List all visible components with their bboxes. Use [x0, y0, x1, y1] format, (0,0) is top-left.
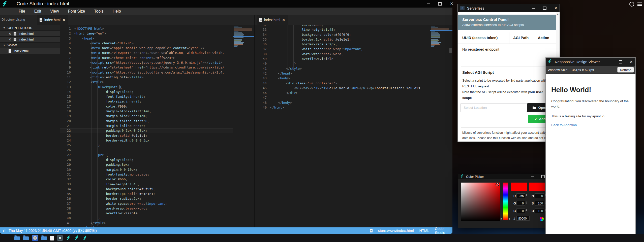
code-line-38[interactable]: 38 word-wrap:break-word; [255, 52, 430, 56]
code-line-41[interactable]: 41 </style> [255, 66, 430, 71]
code-line-44[interactable]: 44 <div class="ui container"> [255, 81, 430, 86]
code-line-42[interactable]: 42 </head> [255, 71, 430, 76]
code-line-40[interactable]: 40 } [60, 216, 233, 221]
code-line-41[interactable]: 41 </style> [60, 221, 233, 225]
code-line-40[interactable]: 40 } [255, 61, 430, 66]
brightness-input[interactable]: 100 [535, 209, 544, 213]
code-line-24[interactable]: 24 border-width:0 0 0 5px [60, 138, 233, 143]
code-line-34[interactable]: 34 background-color:#f9f9f9; [255, 32, 430, 37]
folder-icon[interactable] [14, 236, 20, 240]
menu-item-font-size[interactable]: Font Size [64, 8, 90, 15]
sidebar-item-index-html[interactable]: ✕index.html [0, 37, 60, 43]
code-line-35[interactable]: 35 border:1px solid #e1e1e1; [255, 37, 430, 42]
scroll-up-icon[interactable]: ▲ [556, 13, 560, 15]
minimize-button[interactable] [532, 7, 535, 10]
menu-item-tools[interactable]: Tools [89, 8, 108, 15]
code-line-13[interactable]: 13 blockquote { [60, 85, 233, 89]
code-line-9[interactable]: 9 <link rel="stylesheet" href="https://c… [60, 65, 233, 70]
folder-icon[interactable] [23, 236, 29, 240]
code-line-3[interactable]: 3 <head> [60, 36, 233, 41]
code-line-27[interactable]: 27 pre { [60, 153, 233, 157]
disc-icon[interactable] [32, 235, 38, 241]
code-line-36[interactable]: 36 border-radius:2px; [60, 196, 233, 201]
code-studio-icon[interactable] [83, 235, 88, 240]
hue-slider[interactable] [503, 183, 508, 220]
code-line-19[interactable]: 19 margin-block-end:1em; [60, 114, 233, 118]
tab-close-icon[interactable]: ✕ [63, 18, 65, 22]
code-line-22[interactable]: 22 padding:0 5px 0 20px; [60, 128, 233, 133]
code-area[interactable]: 1<!DOCTYPE html>2<html lang="en">3 <head… [60, 26, 233, 227]
menu-item-help[interactable]: Help [108, 8, 126, 15]
b-input[interactable]: 0 [516, 209, 525, 213]
close-button[interactable]: ✕ [450, 2, 453, 6]
code-line-18[interactable]: 18 margin-block-start:1em; [60, 109, 233, 114]
scrollbar-thumb[interactable] [449, 48, 452, 53]
code-line-36[interactable]: 36 border-radius:2px; [255, 42, 430, 47]
code-line-6[interactable]: 6 <meta name="viewport" content="user-sc… [60, 50, 233, 55]
g-stepper[interactable] [526, 201, 527, 204]
minimap[interactable] [233, 25, 254, 227]
launcher-icon[interactable] [2, 235, 7, 241]
r-input[interactable]: 255 [516, 193, 525, 198]
maximize-button[interactable] [438, 2, 442, 6]
close-icon[interactable]: ✕ [9, 38, 11, 41]
s-input[interactable]: 100 [535, 201, 544, 205]
code-line-16[interactable]: 16 font-size:inherit; [60, 99, 233, 104]
folder-icon[interactable] [41, 236, 47, 240]
code-area[interactable]: 32 color:#666;33 line-height:1.45;34 bac… [255, 25, 430, 110]
code-line-26[interactable]: 26 [60, 148, 233, 152]
saturation-gradient[interactable] [461, 183, 500, 221]
code-line-34[interactable]: 34 background-color:#f9f9f9; [60, 187, 233, 191]
tab-index-html-1[interactable]: index.html ✕ [37, 15, 68, 25]
hue-marker-icon[interactable] [501, 218, 502, 220]
color-cursor-icon[interactable] [496, 183, 499, 186]
code-line-37[interactable]: 37 white-space:pre-wrap!important; [60, 201, 233, 206]
hue-marker-icon[interactable] [508, 218, 510, 220]
code-line-43[interactable]: 43 <body> [255, 76, 430, 81]
code-line-12[interactable]: 12 <style> [60, 80, 233, 84]
code-studio-icon[interactable] [74, 235, 79, 240]
code-studio-icon[interactable] [66, 235, 71, 240]
code-line-8[interactable]: 8 <script src="https://code.jquery.com/j… [60, 60, 233, 65]
maximize-button[interactable] [541, 175, 545, 179]
select-location-input[interactable] [460, 103, 527, 112]
code-line-2[interactable]: 2<html lang="en"> [60, 31, 233, 36]
code-line-33[interactable]: 33 line-height:1.45; [60, 182, 233, 187]
color-wheel-icon[interactable] [540, 217, 544, 221]
refresh-button[interactable]: Refresh [617, 67, 634, 73]
code-pane-1[interactable]: 1<!DOCTYPE html>2<html lang="en">3 <head… [60, 25, 254, 227]
close-icon[interactable]: ✕ [9, 32, 11, 36]
code-pane-2[interactable]: 32 color:#666;33 line-height:1.45;34 bac… [255, 25, 452, 227]
code-line-28[interactable]: 28 display:block; [60, 157, 233, 162]
code-line-11[interactable]: 11 <title>Testing Site</title> [60, 75, 233, 80]
code-line-20[interactable]: 20 margin-inline-start:0; [60, 119, 233, 123]
sidebar-item-index-html[interactable]: index.html [0, 48, 60, 54]
b-stepper[interactable] [526, 209, 527, 212]
code-line-32[interactable]: 32 color:#666; [255, 25, 430, 27]
code-line-15[interactable]: 15 font-family:inherit; [60, 94, 233, 99]
code-line-29[interactable]: 29 padding:8px; [60, 162, 233, 167]
close-button[interactable]: ✕ [629, 60, 633, 64]
minimize-button[interactable] [608, 60, 612, 64]
serverless-icon[interactable]: O [57, 235, 63, 241]
maximize-button[interactable] [543, 7, 546, 10]
code-line-4[interactable]: 4 <meta charset="UTF-8"> [60, 41, 233, 46]
minimize-button[interactable] [531, 175, 534, 179]
code-line-49[interactable]: 49</html> [255, 105, 430, 110]
code-line-30[interactable]: 30 margin:0 0 10px; [60, 167, 233, 172]
code-line-39[interactable]: 39 overflow:visible [255, 56, 430, 61]
code-line-23[interactable]: 23 border:solid #b1b1b1; [60, 133, 233, 138]
h-input[interactable]: 0 [535, 193, 544, 198]
maximize-button[interactable] [619, 60, 622, 64]
tab-index-html-2[interactable]: index.html ✕ [257, 15, 288, 25]
code-line-7[interactable]: 7 <meta name="theme-color" content="#ff9… [60, 55, 233, 60]
sidebar-item-index-html[interactable]: ✕index.html [0, 31, 60, 37]
back-to-aprintlab-link[interactable]: Back to Aprintlab [551, 123, 630, 127]
menu-item-view[interactable]: View [46, 8, 63, 15]
code-line-37[interactable]: 37 white-space:pre-wrap!important; [255, 47, 430, 51]
file-icon[interactable] [50, 236, 54, 240]
code-line-31[interactable]: 31 font-family:monospace; [60, 172, 233, 177]
menu-item-file[interactable]: File [14, 8, 30, 15]
code-line-39[interactable]: 39 overflow:visible [60, 211, 233, 216]
close-button[interactable]: ✕ [554, 7, 558, 10]
